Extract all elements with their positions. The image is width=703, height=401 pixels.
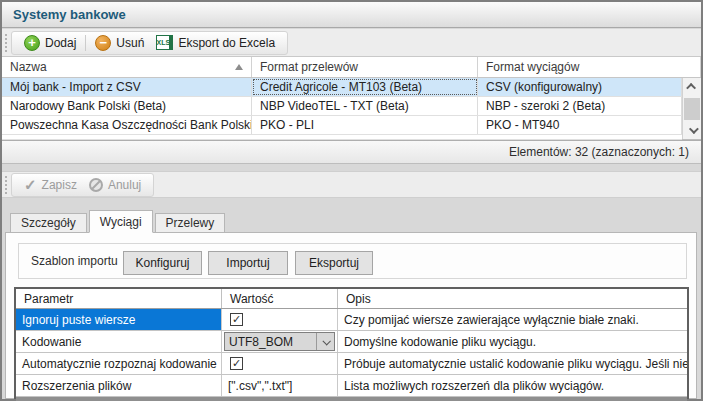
checkbox-checked[interactable]: ✓ [230,357,243,370]
encoding-combobox-value: UTF8_BOM [229,335,293,349]
remove-button-label: Usuń [116,36,144,50]
scroll-down-button[interactable] [683,123,701,138]
import-button[interactable]: Importuj [208,251,288,275]
toolbar-grip[interactable] [5,176,8,194]
add-button[interactable]: + Dodaj [18,33,82,53]
export-excel-button-label: Eksport do Excela [178,36,275,50]
cancel-icon [89,178,103,192]
param-name-cell[interactable]: Rozszerzenia plików [16,375,222,396]
tab-wyciagi[interactable]: Wyciągi [89,210,153,233]
remove-icon: − [95,35,111,51]
bank-systems-grid: Nazwa Format przelewów Format wyciągów M… [2,57,701,140]
table-row[interactable]: Rozszerzenia plików [".csv",".txt"] List… [16,375,687,397]
excel-xls-icon: XLS [156,35,173,50]
column-header-wartosc[interactable]: Wartość [222,289,338,308]
encoding-combobox[interactable]: UTF8_BOM [224,332,335,351]
table-row[interactable]: Kodowanie UTF8_BOM Domyślne kodowanie pl… [16,331,687,353]
grid-header-row: Nazwa Format przelewów Format wyciągów [2,57,701,78]
cell-statement-format[interactable]: CSV (konfigurowalny) [478,78,682,96]
export-excel-button[interactable]: XLS Eksport do Excela [150,33,281,52]
param-desc-cell: Czy pomijać wiersze zawierające wyłączni… [338,309,687,330]
save-button[interactable]: ✓ Zapisz [18,175,83,194]
toolbar-separator [85,35,86,51]
items-count-label: Elementów: 32 (zaznaczonych: 1) [509,145,689,159]
vertical-scrollbar[interactable] [682,78,701,139]
table-row[interactable]: Automatycznie rozpoznaj kodowanie ✓ Prób… [16,353,687,375]
cell-name[interactable]: Powszechna Kasa Oszczędności Bank Polski… [2,116,252,134]
param-name-cell[interactable]: Ignoruj puste wiersze [16,309,222,330]
column-header-opis[interactable]: Opis [338,289,687,308]
save-button-label: Zapisz [42,178,77,192]
detail-tabs: Szczegóły Wyciągi Przelewy [10,210,227,232]
banking-systems-window: Systemy bankowe + Dodaj − Usuń XLS Ekspo… [0,0,703,401]
toolbar-grip[interactable] [5,34,8,52]
remove-button[interactable]: − Usuń [89,33,150,53]
page-title: Systemy bankowe [13,7,126,22]
checkbox-checked[interactable]: ✓ [230,313,243,326]
chevron-down-icon [322,337,330,345]
cell-transfer-format[interactable]: NBP VideoTEL - TXT (Beta) [252,97,478,115]
combobox-dropdown-button[interactable] [316,333,334,350]
grid-toolbar: + Dodaj − Usuń XLS Eksport do Excela [2,29,701,57]
column-header-statement-format[interactable]: Format wyciągów [478,57,701,77]
table-row[interactable]: Powszechna Kasa Oszczędności Bank Polski… [2,116,682,135]
table-row[interactable]: Narodowy Bank Polski (Beta) NBP VideoTEL… [2,97,682,116]
cancel-button[interactable]: Anuluj [83,176,147,194]
table-row[interactable]: Ignoruj puste wiersze ✓ Czy pomijać wier… [16,309,687,331]
editor-button-group: ✓ Zapisz Anuluj [11,173,154,197]
parameters-table: Parametr Wartość Opis Ignoruj puste wier… [14,287,689,399]
param-name-cell[interactable]: Automatycznie rozpoznaj kodowanie [16,353,222,374]
chevron-down-icon [688,124,698,134]
table-bottom-strip [16,397,687,401]
param-name-cell[interactable]: Kodowanie [16,331,222,352]
param-value-cell: ✓ [222,309,338,330]
cell-transfer-format[interactable]: PKO - PLI [252,116,478,134]
column-header-parametr[interactable]: Parametr [16,289,222,308]
import-template-label: Szablon importu [31,244,118,278]
toolbar-button-group: + Dodaj − Usuń XLS Eksport do Excela [11,31,288,55]
cell-name[interactable]: Mój bank - Import z CSV [2,78,252,96]
column-header-name[interactable]: Nazwa [2,57,252,77]
export-button[interactable]: Eksportuj [295,251,373,275]
scroll-up-button[interactable] [683,79,701,94]
param-desc-cell: Lista możliwych rozszerzeń dla plików wy… [338,375,687,396]
window-title-bar: Systemy bankowe [2,2,701,28]
import-template-groupbox: Szablon importu Konfiguruj Importuj Eksp… [18,243,687,279]
parameters-header-row: Parametr Wartość Opis [16,289,687,309]
editor-toolbar: ✓ Zapisz Anuluj [2,171,701,198]
param-value-cell: ✓ [222,353,338,374]
sort-ascending-icon [235,64,243,70]
cell-transfer-format[interactable]: Credit Agricole - MT103 (Beta) [252,78,478,96]
column-header-transfer-format[interactable]: Format przelewów [252,57,478,77]
table-row[interactable]: Mój bank - Import z CSV Credit Agricole … [2,78,682,97]
save-check-icon: ✓ [24,177,37,192]
configure-button[interactable]: Konfiguruj [123,251,202,275]
add-button-label: Dodaj [45,36,76,50]
grid-status-bar: Elementów: 32 (zaznaczonych: 1) [2,140,701,164]
param-value-cell[interactable]: [".csv",".txt"] [222,375,338,396]
chevron-up-icon [686,83,696,93]
add-icon: + [24,35,40,51]
scrollbar-thumb[interactable] [684,98,700,120]
param-desc-cell: Domyślne kodowanie pliku wyciągu. [338,331,687,352]
tab-przelewy[interactable]: Przelewy [155,213,226,232]
param-value-cell: UTF8_BOM [222,331,338,352]
cell-name[interactable]: Narodowy Bank Polski (Beta) [2,97,252,115]
cancel-button-label: Anuluj [108,178,141,192]
param-desc-cell: Próbuje automatycznie ustalić kodowanie … [338,353,687,374]
cell-statement-format[interactable]: NBP - szeroki 2 (Beta) [478,97,682,115]
tab-szczegoly[interactable]: Szczegóły [10,213,87,232]
cell-statement-format[interactable]: PKO - MT940 [478,116,682,134]
